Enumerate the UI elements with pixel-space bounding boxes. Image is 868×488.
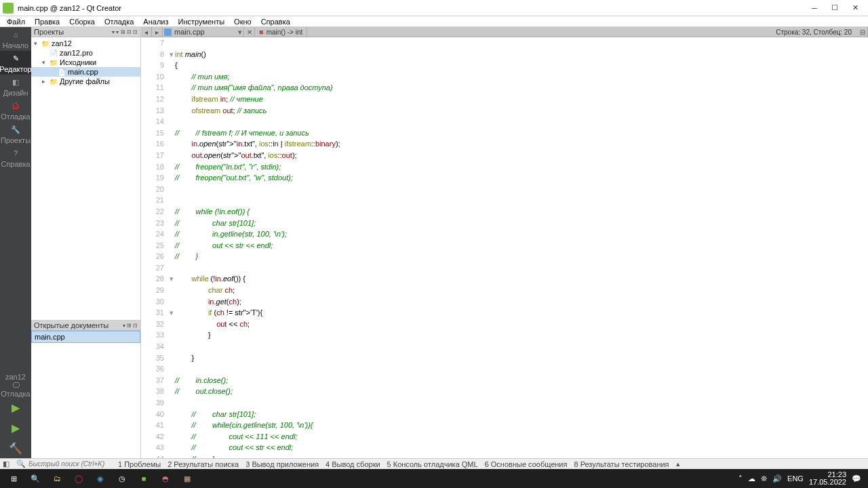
open-doc-main.cpp[interactable]: main.cpp [31,331,140,343]
file-tab-label: main.cpp [174,28,205,36]
output-tab[interactable]: 1 Проблемы [118,460,161,468]
menu-Отладка[interactable]: Отладка [100,17,138,26]
tree-item-zan12.pro[interactable]: 📄zan12.pro [31,48,140,58]
rail-Редактор[interactable]: ✎Редактор [0,51,31,75]
editor-toolbar: ◂ ▸ main.cpp ▾ ✕ ■ main() -> int Строка:… [141,27,868,37]
target-selector[interactable]: zan12🖵Отладка [0,373,31,397]
window-title: main.cpp @ zan12 - Qt Creator [18,4,804,12]
open-docs-list[interactable]: main.cpp [31,331,140,458]
tree-item-Исходники[interactable]: ▾📁Исходники [31,58,140,67]
editor-area: ◂ ▸ main.cpp ▾ ✕ ■ main() -> int Строка:… [141,27,868,458]
build-button[interactable]: 🔨 [0,438,31,458]
menu-Окно[interactable]: Окно [230,17,256,26]
search-icon: 🔍 [16,460,26,468]
app-icon-3[interactable]: ▦ [176,469,198,488]
maximize-button[interactable]: ☐ [825,1,845,15]
output-tab[interactable]: 4 Вывод сборки [326,460,380,468]
rail-Дизайн[interactable]: ◧Дизайн [0,75,31,98]
output-tab[interactable]: 6 Основные сообщения [485,460,568,468]
close-button[interactable]: ✕ [845,1,865,15]
start-button[interactable]: ⊞ [3,469,24,488]
project-tree[interactable]: ▾📁zan12📄zan12.pro▾📁Исходники📄main.cpp▸📁Д… [31,37,140,320]
rail-Отладка[interactable]: 🐞Отладка [0,98,31,122]
file-tab[interactable]: main.cpp ▾ [163,27,244,37]
output-pane-bar: ◧ 🔍 1 Проблемы2 Результаты поиска3 Вывод… [0,458,868,469]
search-input[interactable] [28,460,110,468]
window-titlebar: main.cpp @ zan12 - Qt Creator ─ ☐ ✕ [0,0,868,16]
clock-icon[interactable]: ◷ [111,469,133,488]
cursor-position: Строка: 32, Столбец: 20 [770,28,857,36]
edge-icon[interactable]: ◉ [90,469,111,488]
tree-item-main.cpp[interactable]: 📄main.cpp [31,67,140,77]
rail-Справка[interactable]: ?Справка [0,146,31,169]
explorer-icon[interactable]: 🗂 [46,469,68,488]
split-button[interactable]: ⊟ [857,27,868,37]
nav-back-button[interactable]: ◂ [141,27,152,37]
yandex-icon[interactable]: ◯ [68,469,90,488]
windows-taskbar: ⊞ 🔍 🗂 ◯ ◉ ◷ ■ ◓ ▦ ˄ ☁ ❊ 🔊 ENG 21:23 17.0… [0,469,868,488]
toggle-sidebar-icon[interactable]: ◧ [3,460,9,468]
menu-Анализ[interactable]: Анализ [139,17,172,26]
nav-forward-button[interactable]: ▸ [152,27,163,37]
rail-Начало[interactable]: ⌂Начало [0,27,31,51]
menu-Сборка[interactable]: Сборка [65,17,99,26]
file-icon [164,28,172,36]
quick-search[interactable]: 🔍 [16,460,111,468]
notifications-icon[interactable]: 💬 [852,474,861,483]
language-indicator[interactable]: ENG [787,474,804,483]
open-docs-controls[interactable]: ▾ ⊞ ⊡ [123,323,138,329]
projects-panel-header: Проекты ▾ ▾ ⊞ ⊟ ⊡ [31,27,140,37]
tree-item-Другие файлы[interactable]: ▸📁Другие файлы [31,77,140,86]
rail-Проекты[interactable]: 🔧Проекты [0,122,31,146]
mode-rail: ⌂Начало✎Редактор◧Дизайн🐞Отладка🔧Проекты?… [0,27,31,458]
run-button[interactable]: ▶ [0,397,31,418]
side-panel: Проекты ▾ ▾ ⊞ ⊟ ⊡ ▾📁zan12📄zan12.pro▾📁Исх… [31,27,141,458]
tray-chevron-icon[interactable]: ˄ [738,474,743,483]
menu-Правка[interactable]: Правка [31,17,64,26]
app-icon-2[interactable]: ◓ [155,469,176,488]
code-editor[interactable]: 7891011121314151617181920212223242526272… [141,37,868,458]
symbol-breadcrumb[interactable]: ■ main() -> int [255,27,307,37]
menu-Инструменты[interactable]: Инструменты [174,17,229,26]
menubar: ФайлПравкаСборкаОтладкаАнализИнструменты… [0,16,868,27]
network-icon[interactable]: ❊ [761,474,767,483]
file-tab-dropdown-icon[interactable]: ▾ [238,28,242,37]
debug-run-button[interactable]: ▶ [0,418,31,438]
app-icon [3,3,14,14]
clock-date[interactable]: 17.05.2022 [809,479,846,486]
minimize-button[interactable]: ─ [804,1,825,15]
output-tab[interactable]: 5 Консоль отладчика QML [387,460,478,468]
menu-Справка[interactable]: Справка [257,17,294,26]
qt-icon[interactable]: ■ [133,469,155,488]
output-menu-icon[interactable]: ▴ [676,460,680,468]
menu-Файл[interactable]: Файл [3,17,29,26]
panel-header-controls[interactable]: ▾ ▾ ⊞ ⊟ ⊡ [112,29,138,35]
tree-item-zan12[interactable]: ▾📁zan12 [31,39,140,48]
output-tab[interactable]: 2 Результаты поиска [167,460,239,468]
search-taskbar-icon[interactable]: 🔍 [24,469,46,488]
onedrive-icon[interactable]: ☁ [748,474,755,483]
open-docs-header: Открытые документы ▾ ⊞ ⊡ [31,321,140,331]
tab-close-button[interactable]: ✕ [244,27,255,37]
output-tab[interactable]: 3 Вывод приложения [245,460,319,468]
volume-icon[interactable]: 🔊 [772,474,782,483]
output-tab[interactable]: 8 Результаты тестирования [574,460,669,468]
